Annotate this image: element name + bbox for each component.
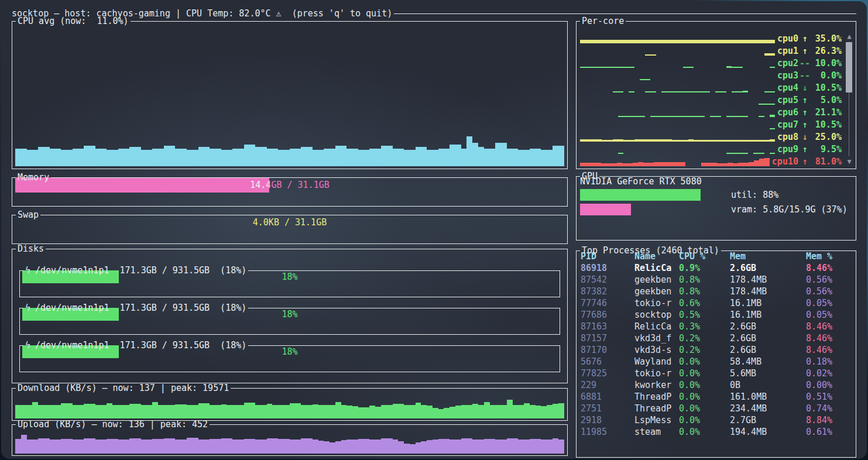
- chart-bar: [472, 404, 478, 418]
- core-value: 35.0%: [811, 33, 842, 44]
- chart-bar: [601, 163, 606, 166]
- chart-bar: [585, 67, 591, 68]
- scrollbar-up-icon[interactable]: ▲: [845, 33, 853, 40]
- chart-bar: [547, 150, 553, 166]
- chart-bar: [733, 163, 738, 166]
- process-row: 87170vkd3d-s0.2%2.6GB8.46%: [577, 344, 856, 356]
- chart-bar: [580, 139, 585, 142]
- chart-bar: [107, 150, 112, 166]
- chart-bar: [410, 444, 416, 454]
- chart-bar: [656, 139, 661, 142]
- process-pid: 77686: [581, 309, 634, 321]
- chart-bar: [699, 40, 705, 43]
- chart-bar: [678, 40, 683, 43]
- chart-bar: [61, 150, 67, 166]
- chart-bar: [141, 405, 147, 418]
- chart-bar: [67, 150, 73, 166]
- process-row: 87382geekben0.8%178.4MB0.56%: [577, 286, 856, 297]
- chart-bar: [433, 408, 438, 418]
- chart-bar: [181, 404, 187, 418]
- border-segment: [12, 249, 16, 249]
- chart-bar: [688, 40, 694, 43]
- chart-bar: [580, 163, 585, 166]
- chart-bar: [44, 438, 50, 454]
- process-name: Wayland: [634, 356, 679, 368]
- chart-bar: [547, 405, 553, 418]
- chart-bar: [375, 149, 381, 166]
- chart-bar: [541, 440, 547, 454]
- chart-bar: [629, 40, 634, 43]
- chart-bar: [32, 440, 38, 454]
- chart-bar: [152, 149, 158, 166]
- download-chart: [15, 395, 564, 418]
- chart-bar: [170, 438, 176, 454]
- chart-bar: [416, 147, 421, 166]
- chart-bar: [107, 403, 112, 418]
- chart-bar: [301, 147, 307, 166]
- swap-gauge: 4.0KB / 31.1GB: [15, 215, 564, 230]
- chart-bar: [770, 91, 775, 92]
- core-label: cpu6: [777, 107, 798, 118]
- main-layout: CPU avg (now: 11.0%) Memory 14.4GB / 31.…: [12, 21, 856, 458]
- chart-bar: [629, 116, 634, 117]
- chart-bar: [175, 404, 181, 418]
- terminal-window: socktop — host: cachyos-gaming | CPU Tem…: [1, 1, 867, 459]
- core-trend-icon: ↑: [798, 119, 811, 130]
- scrollbar-thumb[interactable]: [846, 42, 852, 92]
- chart-bar: [249, 403, 255, 418]
- chart-bar: [330, 149, 335, 166]
- chart-bar: [107, 439, 112, 454]
- chart-bar: [158, 405, 164, 418]
- chart-bar: [617, 163, 622, 166]
- process-name: ThreadP: [634, 403, 679, 414]
- chart-bar: [661, 91, 667, 92]
- chart-bar: [715, 91, 721, 92]
- per-core-rows: cpu0↑35.0%cpu1↑26.3%cpu2--10.0%cpu3--0.0…: [580, 32, 842, 166]
- chart-bar: [318, 405, 324, 418]
- chart-bar: [732, 91, 737, 92]
- chart-bar: [187, 405, 193, 418]
- chart-bar: [688, 116, 694, 117]
- chart-bar: [591, 67, 596, 68]
- chart-bar: [15, 405, 21, 418]
- chart-bar: [32, 402, 38, 418]
- chart-bar: [634, 139, 640, 142]
- process-pid: 87542: [581, 274, 634, 286]
- chart-bar: [238, 440, 244, 454]
- chart-bar: [495, 405, 501, 418]
- process-cpu: 0.0%: [679, 368, 730, 379]
- core-label: cpu10: [772, 156, 798, 167]
- core-sparkline: [580, 95, 775, 105]
- chart-bar: [221, 438, 227, 454]
- core-trend-icon: --: [798, 58, 811, 68]
- app-titlebar: socktop — host: cachyos-gaming | CPU Tem…: [12, 6, 856, 21]
- chart-bar: [158, 149, 164, 166]
- chart-bar: [737, 40, 742, 43]
- process-row: 77825tokio-r0.0%5.6MB0.02%: [577, 368, 856, 379]
- chart-bar: [726, 116, 732, 117]
- process-pid: 5676: [581, 356, 634, 368]
- chart-bar: [455, 406, 461, 418]
- chart-bar: [198, 403, 204, 418]
- disk-usage-gauge: 18%: [22, 345, 557, 358]
- core-sparkline: [580, 144, 775, 154]
- chart-bar: [753, 40, 759, 43]
- process-name: LspMess: [634, 414, 679, 426]
- process-pid: 87157: [581, 332, 634, 344]
- chart-bar: [164, 146, 170, 166]
- chart-bar: [433, 150, 438, 166]
- cpu-avg-chart: [15, 29, 564, 166]
- chart-bar: [301, 438, 307, 454]
- process-cpu: 0.8%: [679, 274, 730, 286]
- chart-bar: [50, 405, 56, 418]
- per-core-scrollbar[interactable]: ▲ ▼: [845, 33, 853, 165]
- chart-bar: [346, 149, 352, 166]
- chart-bar: [585, 40, 591, 43]
- chart-bar: [341, 405, 347, 418]
- process-mem-pct: 8.46%: [806, 262, 856, 274]
- scrollbar-down-icon[interactable]: ▼: [845, 158, 853, 165]
- chart-bar: [158, 439, 164, 454]
- chart-bar: [661, 139, 667, 142]
- border-segment: [46, 249, 568, 249]
- process-mem-pct: 0.00%: [806, 379, 856, 391]
